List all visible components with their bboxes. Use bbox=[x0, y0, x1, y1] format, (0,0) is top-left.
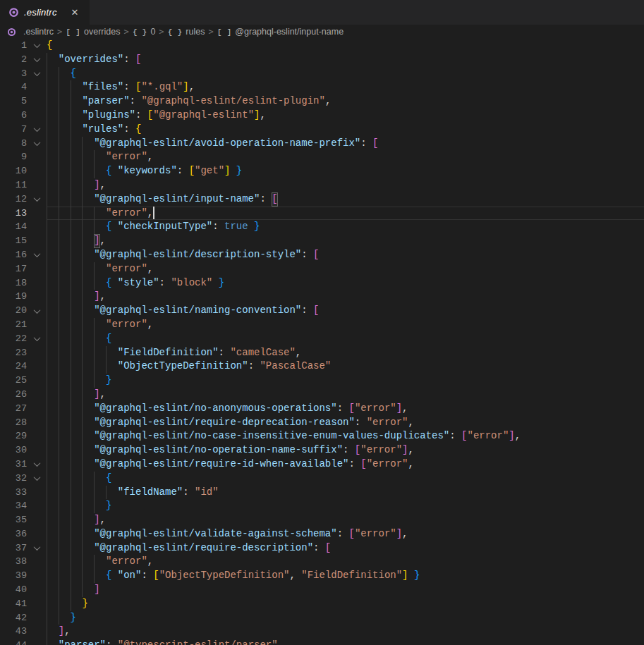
code-line[interactable]: 41} bbox=[0, 597, 644, 611]
code-line[interactable]: 35], bbox=[0, 513, 644, 527]
code-token: "@graphql-eslint" bbox=[153, 109, 254, 123]
indent-guide bbox=[94, 276, 106, 290]
code-token: , bbox=[100, 388, 106, 402]
chevron-down-icon[interactable] bbox=[33, 543, 40, 551]
chevron-down-icon[interactable] bbox=[33, 474, 40, 481]
code-line[interactable]: 27"@graphql-eslint/no-anonymous-operatio… bbox=[0, 402, 644, 416]
code-line[interactable]: 30"@graphql-eslint/no-operation-name-suf… bbox=[0, 443, 644, 457]
code-token: } bbox=[106, 374, 111, 388]
fold-zone bbox=[27, 457, 47, 472]
breadcrumb-file[interactable]: .eslintrc bbox=[7, 27, 54, 37]
fold-zone bbox=[27, 597, 47, 611]
code-line[interactable]: 16"@graphql-eslint/description-style": [ bbox=[0, 248, 644, 262]
code-line[interactable]: 39{ "on": ["ObjectTypeDefinition", "Fiel… bbox=[0, 569, 644, 583]
code-line[interactable]: 13"error", bbox=[0, 207, 644, 221]
code-line[interactable]: 14{ "checkInputType": true } bbox=[0, 220, 644, 234]
chevron-down-icon[interactable] bbox=[33, 55, 40, 62]
code-line[interactable]: 43], bbox=[0, 625, 644, 639]
code-line[interactable]: 44"parser": "@typescript-eslint/parser" bbox=[0, 639, 644, 645]
tab-title: .eslintrc bbox=[24, 7, 57, 18]
code-line[interactable]: 3{ bbox=[0, 67, 644, 81]
chevron-down-icon[interactable] bbox=[33, 250, 40, 257]
code-line[interactable]: 42} bbox=[0, 611, 644, 625]
code-line[interactable]: 38"error", bbox=[0, 555, 644, 569]
code-line[interactable]: 31"@graphql-eslint/require-id-when-avail… bbox=[0, 457, 644, 472]
indent-guide bbox=[82, 220, 94, 234]
code-line[interactable]: 9"error", bbox=[0, 150, 644, 164]
indent-guide bbox=[94, 220, 106, 234]
code-token: : bbox=[248, 360, 260, 374]
code-line[interactable]: 37"@graphql-eslint/require-description":… bbox=[0, 541, 644, 555]
code-line[interactable]: 17"error", bbox=[0, 262, 644, 276]
code-line[interactable]: 8"@graphql-eslint/avoid-operation-name-p… bbox=[0, 137, 644, 151]
code-line[interactable]: 11], bbox=[0, 178, 644, 192]
code-token: "error" bbox=[468, 429, 509, 443]
tab-close-icon[interactable]: ✕ bbox=[69, 6, 81, 18]
code-line[interactable]: 1{ bbox=[0, 39, 644, 53]
code-line[interactable]: 18{ "style": "block" } bbox=[0, 276, 644, 290]
chevron-down-icon[interactable] bbox=[33, 139, 40, 146]
code-line[interactable]: 40] bbox=[0, 583, 644, 597]
code-line[interactable]: 10{ "keywords": ["get"] } bbox=[0, 164, 644, 178]
code-line[interactable]: 33"fieldName": "id" bbox=[0, 486, 644, 500]
code-line[interactable]: 19], bbox=[0, 290, 644, 304]
chevron-down-icon[interactable] bbox=[33, 69, 40, 76]
fold-zone bbox=[27, 164, 47, 178]
indent-guide bbox=[47, 555, 59, 569]
line-number: 12 bbox=[0, 192, 27, 207]
code-line[interactable]: 5"parser": "@graphql-eslint/eslint-plugi… bbox=[0, 94, 644, 109]
code-line[interactable]: 21"error", bbox=[0, 318, 644, 332]
indent-guide bbox=[94, 555, 106, 569]
gutter: 27 bbox=[0, 402, 47, 416]
indent-guide bbox=[71, 569, 83, 583]
indent-guide bbox=[71, 360, 83, 374]
code-line[interactable]: 23"FieldDefinition": "camelCase", bbox=[0, 346, 644, 360]
chevron-down-icon[interactable] bbox=[33, 125, 40, 132]
code-line[interactable]: 20"@graphql-eslint/naming-convention": [ bbox=[0, 304, 644, 318]
breadcrumb-item-rules[interactable]: { }rules bbox=[168, 27, 205, 37]
indent-guide bbox=[71, 402, 83, 416]
indent-guide bbox=[47, 290, 59, 304]
indent-guide bbox=[94, 318, 106, 332]
chevron-down-icon[interactable] bbox=[33, 460, 40, 467]
indent-guide bbox=[71, 429, 83, 443]
code-line[interactable]: 32{ bbox=[0, 472, 644, 486]
fold-zone bbox=[27, 318, 47, 332]
chevron-down-icon[interactable] bbox=[33, 195, 40, 202]
indent-guide bbox=[59, 527, 71, 541]
indent-guide bbox=[82, 207, 94, 221]
gutter: 1 bbox=[0, 39, 47, 53]
chevron-down-icon[interactable] bbox=[33, 307, 40, 314]
code-line[interactable]: 36"@graphql-eslint/validate-against-sche… bbox=[0, 527, 644, 541]
breadcrumb-item-0[interactable]: { }0 bbox=[133, 27, 156, 37]
chevron-down-icon[interactable] bbox=[33, 42, 40, 49]
code-line-content: ], bbox=[47, 388, 644, 402]
breadcrumb-item--graphql-eslint-input-name[interactable]: [ ]@graphql-eslint/input-name bbox=[217, 27, 344, 37]
code-line[interactable]: 24"ObjectTypeDefinition": "PascalCase" bbox=[0, 360, 644, 374]
code-editor[interactable]: 1{2"overrides": [3{4"files": ["*.gql"],5… bbox=[0, 39, 644, 645]
code-line[interactable]: 28"@graphql-eslint/require-deprecation-r… bbox=[0, 416, 644, 430]
code-line[interactable]: 26], bbox=[0, 388, 644, 402]
code-line[interactable]: 7"rules": { bbox=[0, 123, 644, 137]
chevron-down-icon[interactable] bbox=[33, 334, 40, 341]
code-line[interactable]: 4"files": ["*.gql"], bbox=[0, 80, 644, 94]
code-line[interactable]: 22{ bbox=[0, 332, 644, 346]
breadcrumb-item-overrides[interactable]: [ ]overrides bbox=[66, 27, 120, 37]
code-line[interactable]: 29"@graphql-eslint/no-case-insensitive-e… bbox=[0, 429, 644, 443]
line-number: 38 bbox=[0, 555, 27, 569]
indent-guide bbox=[82, 164, 94, 178]
code-line[interactable]: 15], bbox=[0, 234, 644, 248]
tab-eslintrc[interactable]: .eslintrc ✕ bbox=[0, 0, 90, 25]
code-token: ] bbox=[94, 290, 99, 304]
indent-guide bbox=[47, 150, 59, 164]
indent-guide bbox=[47, 472, 59, 486]
code-line[interactable]: 25} bbox=[0, 374, 644, 388]
code-line[interactable]: 6"plugins": ["@graphql-eslint"], bbox=[0, 109, 644, 123]
code-token: "error" bbox=[106, 207, 147, 221]
code-line[interactable]: 2"overrides": [ bbox=[0, 53, 644, 67]
code-token: "id" bbox=[195, 486, 219, 500]
code-token: [ bbox=[135, 80, 141, 94]
code-line[interactable]: 34} bbox=[0, 499, 644, 513]
code-token: : bbox=[260, 192, 272, 207]
code-line[interactable]: 12"@graphql-eslint/input-name": [ bbox=[0, 192, 644, 207]
